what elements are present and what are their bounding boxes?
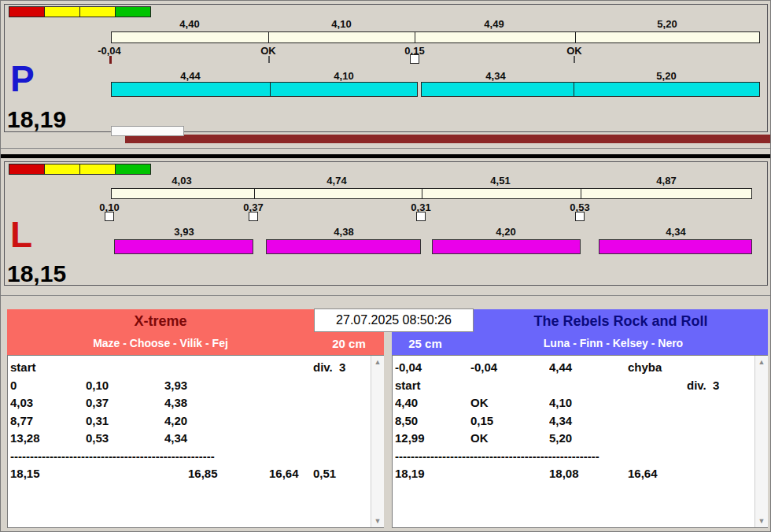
lane-p-traffic-light-yellow-1 [44, 6, 80, 17]
table-cell [687, 359, 749, 377]
lane-p-split-time: 4,40 [164, 18, 215, 30]
change-marker-tick [574, 56, 575, 63]
table-cell: div. 3 [313, 359, 364, 377]
table-cell [313, 394, 364, 412]
table-cell [313, 430, 364, 448]
table-row: start div. 3 [10, 359, 364, 377]
left-team-jump-height: 20 cm [314, 332, 384, 355]
table-cell [247, 359, 313, 377]
table-row: 8,77 0,31 4,20 [10, 412, 364, 430]
lane-l-split-time: 4,03 [157, 175, 207, 187]
table-cell: 4,38 [164, 394, 247, 412]
lane-l-dog-bar [114, 239, 253, 254]
table-total-row: 18,15 16,85 16,64 0,51 [10, 465, 364, 483]
right-results-table: -0,04 -0,04 4,44 chyba start div. 3 4,40… [395, 359, 749, 483]
lane-p-change-label: OK [549, 45, 599, 57]
lane-l-label: L [10, 216, 32, 253]
lane-p-dog-time: 4,44 [165, 70, 216, 82]
left-results-scrollbar[interactable]: ▲ ▼ [371, 356, 384, 527]
lane-l-split-time: 4,87 [641, 175, 692, 187]
table-cell: 0,15 [470, 412, 549, 430]
lane-p-split-time: 4,10 [316, 18, 367, 30]
scroll-down-icon[interactable]: ▼ [371, 517, 384, 525]
scroll-up-icon[interactable]: ▲ [371, 358, 384, 366]
table-cell: 3,93 [164, 377, 247, 395]
table-cell [549, 377, 628, 395]
lane-p-dog-bar [574, 82, 760, 97]
table-cell [628, 394, 687, 412]
table-cell: 0,10 [86, 377, 164, 395]
timestamp: 27.07.2025 08:50:26 [314, 308, 474, 332]
lane-l-split-bar [111, 188, 752, 199]
split-divider [422, 189, 422, 198]
lane-l-change-checkbox[interactable] [575, 212, 585, 221]
table-separator-row: ----------------------------------------… [10, 448, 364, 466]
split-divider [575, 32, 576, 42]
separator-line [1, 295, 771, 296]
table-row: 8,50 0,15 4,34 [395, 412, 749, 430]
scroll-up-icon[interactable]: ▲ [755, 358, 768, 366]
table-cell [86, 359, 164, 377]
table-cell: 18,08 [549, 465, 628, 483]
lane-l-total-time: 18,15 [7, 262, 66, 286]
table-cell: 4,20 [164, 412, 247, 430]
lane-p-dog-bar [270, 82, 418, 97]
lane-l-split-time: 4,51 [475, 175, 526, 187]
lane-p-split-time: 4,49 [469, 18, 519, 30]
lane-p-split-time: 5,20 [642, 18, 692, 30]
right-team-name: The Rebels Rock and Roll [474, 309, 768, 332]
table-cell: 0,51 [313, 465, 364, 483]
change-marker-tick [268, 56, 270, 63]
table-cell: 4,10 [549, 394, 628, 412]
lane-p-split-bar [111, 31, 760, 43]
table-cell: 4,34 [164, 430, 247, 448]
table-cell [313, 412, 364, 430]
separator-dashes: ----------------------------------------… [10, 448, 364, 466]
right-results-scrollbar[interactable]: ▲ ▼ [754, 356, 768, 527]
table-cell: OK [470, 430, 549, 448]
lane-p-total-time: 18,19 [7, 108, 66, 131]
table-cell: 4,03 [10, 394, 86, 412]
table-cell: 16,64 [628, 465, 687, 483]
table-cell: 0,37 [86, 394, 164, 412]
table-total-row: 18,19 18,08 16,64 [395, 465, 749, 483]
lane-l-split-time: 4,74 [312, 175, 362, 187]
lane-l-traffic-light-red [9, 164, 45, 175]
scroll-down-icon[interactable]: ▼ [755, 517, 768, 525]
table-cell: 4,34 [549, 412, 628, 430]
lane-l-dog-time: 3,93 [159, 226, 209, 238]
lane-p-dog-time: 4,34 [470, 70, 521, 82]
table-cell [470, 465, 549, 483]
table-cell: start [395, 377, 470, 395]
table-cell [687, 394, 749, 412]
table-row: 13,28 0,53 4,34 [10, 430, 364, 448]
lane-p-change-checkbox[interactable] [410, 54, 419, 64]
table-row: 4,40 OK 4,10 [395, 394, 749, 412]
table-row: 12,99 OK 5,20 [395, 430, 749, 448]
lane-l-change-checkbox[interactable] [416, 212, 426, 221]
table-cell: OK [470, 394, 549, 412]
lane-divider [1, 154, 771, 158]
table-cell [164, 359, 247, 377]
table-separator-row: ----------------------------------------… [395, 448, 749, 466]
lane-p-traffic-light-yellow-2 [79, 6, 116, 17]
lane-p-dog-time: 4,10 [319, 70, 369, 82]
table-cell: 8,50 [395, 412, 470, 430]
lane-p-change-label: -0,04 [84, 45, 135, 57]
table-cell [628, 412, 687, 430]
lane-l-dog-bar [266, 239, 421, 254]
table-cell [247, 430, 313, 448]
right-team-jump-height: 25 cm [392, 332, 459, 355]
change-marker-tick [109, 56, 112, 64]
table-cell [687, 412, 749, 430]
split-divider [268, 32, 269, 42]
table-cell [247, 394, 313, 412]
table-row: 4,03 0,37 4,38 [10, 394, 364, 412]
lane-p-traffic-light-green [115, 6, 151, 17]
table-cell: 16,64 [269, 465, 313, 483]
lane-p-traffic-light-red [9, 6, 45, 17]
table-cell: 5,20 [549, 430, 628, 448]
lane-l-change-checkbox[interactable] [249, 212, 258, 221]
lane-l-change-checkbox[interactable] [105, 212, 114, 221]
table-cell [628, 377, 687, 395]
